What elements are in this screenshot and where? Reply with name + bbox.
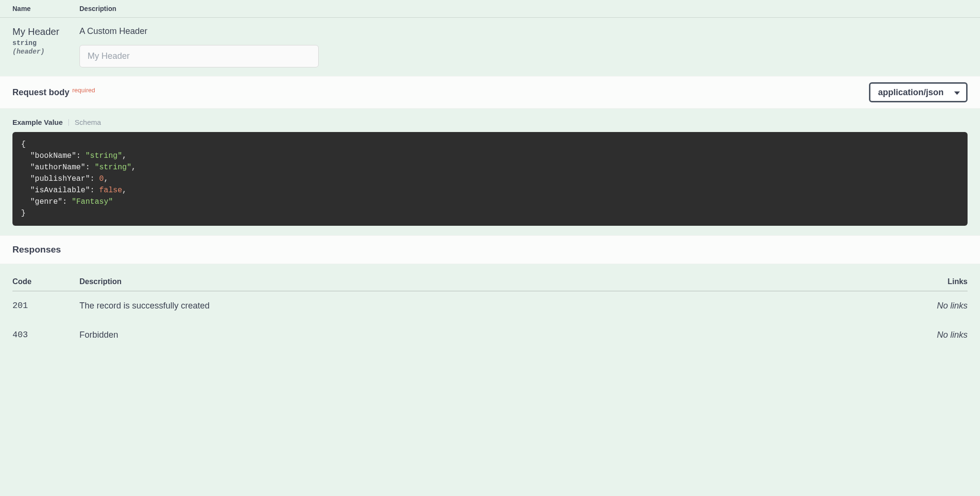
tab-divider — [68, 119, 69, 126]
responses-header-row: Code Description Links — [12, 273, 968, 291]
body-tabs: Example Value Schema — [12, 118, 968, 126]
json-val-authorname: string — [99, 163, 127, 172]
parameter-name: My Header — [12, 26, 79, 37]
responses-col-code: Code — [12, 273, 79, 291]
request-body-section: Example Value Schema { "bookName": "stri… — [0, 109, 980, 235]
json-val-genre: Fantasy — [76, 198, 108, 206]
parameter-description: A Custom Header — [79, 26, 968, 36]
parameter-type: string — [12, 39, 79, 47]
parameter-in: (header) — [12, 48, 79, 55]
content-type-select-wrapper: application/json — [869, 82, 968, 102]
json-key-authorname: authorName — [35, 163, 81, 172]
tab-example-value[interactable]: Example Value — [12, 118, 63, 126]
response-code: 201 — [12, 291, 79, 321]
response-links: No links — [920, 291, 968, 321]
json-val-publishyear: 0 — [99, 175, 104, 183]
responses-table: Code Description Links 201 The record is… — [12, 273, 968, 350]
response-description: Forbidden — [79, 320, 920, 350]
parameters-header: Name Description — [0, 0, 980, 18]
column-name-header: Name — [12, 5, 79, 12]
required-tag: required — [72, 87, 95, 94]
parameter-input[interactable] — [79, 45, 319, 67]
json-key-genre: genre — [35, 198, 58, 206]
json-key-publishyear: publishYear — [35, 175, 86, 183]
responses-heading: Responses — [0, 235, 980, 264]
response-links: No links — [920, 320, 968, 350]
request-body-label-wrap: Request bodyrequired — [12, 87, 95, 98]
request-body-bar: Request bodyrequired application/json — [0, 76, 980, 109]
example-code-block[interactable]: { "bookName": "string", "authorName": "s… — [12, 132, 968, 226]
table-row: 403 Forbidden No links — [12, 320, 968, 350]
response-description: The record is successfully created — [79, 291, 920, 321]
tab-schema[interactable]: Schema — [75, 118, 101, 126]
responses-col-links: Links — [920, 273, 968, 291]
table-row: 201 The record is successfully created N… — [12, 291, 968, 321]
json-key-isavailable: isAvailable — [35, 186, 86, 195]
parameter-description-cell: A Custom Header — [79, 26, 968, 67]
column-description-header: Description — [79, 5, 968, 12]
json-key-bookname: bookName — [35, 152, 72, 160]
responses-col-description: Description — [79, 273, 920, 291]
content-type-select[interactable]: application/json — [869, 82, 968, 102]
request-body-label: Request body — [12, 88, 69, 98]
json-val-bookname: string — [90, 152, 118, 160]
parameter-row: My Header string (header) A Custom Heade… — [0, 18, 980, 76]
parameter-name-cell: My Header string (header) — [12, 26, 79, 67]
json-val-isavailable: false — [99, 186, 122, 195]
response-code: 403 — [12, 320, 79, 350]
